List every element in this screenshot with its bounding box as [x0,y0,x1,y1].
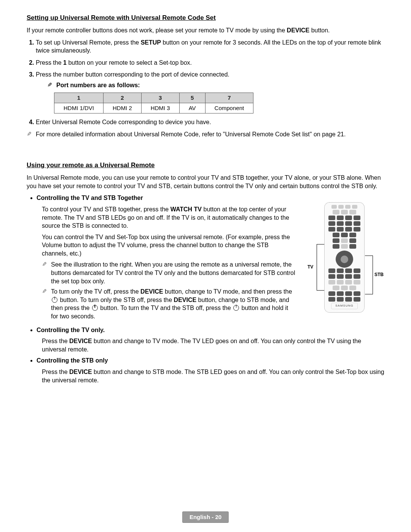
remote-figure: TV STB [304,202,384,316]
port-h2: 2 [104,93,142,103]
note-icon [42,260,51,285]
intro-post: button. [309,27,330,34]
port-c5: AV [179,103,205,113]
detail-note: For more detailed information about Univ… [27,130,384,139]
step1-bold: SETUP [141,39,161,46]
detail-note-text: For more detailed information about Univ… [36,130,346,139]
b1-head: Controlling the TV and STB Together [37,195,143,201]
bullet-tv-only: Controlling the TV only. Press the DEVIC… [37,326,384,354]
fig-label-stb: STB [374,272,384,278]
step3-note-text: Port numbers are as follows: [56,81,140,89]
section1-title: Setting up Universal Remote with Univers… [27,14,384,22]
dpad-icon [336,251,353,268]
section2-title: Using your remote as a Universal Remote [27,161,384,170]
step2-post: button on your remote to select a Set-to… [67,59,192,66]
b1-p1-bold: WATCH TV [170,206,202,212]
stb-bracket [365,256,373,294]
b1-note2: To turn only the TV off, press the DEVIC… [42,288,295,320]
fig-label-tv: TV [307,264,313,270]
steps-list: To set up Universal Remote, press the SE… [27,38,384,126]
step-2: Press the 1 button on your remote to sel… [36,59,384,67]
b2-p: Press the DEVICE button and change to TV… [42,337,384,353]
step2-pre: Press the [36,59,63,66]
bullet-stb-only: Controlling the STB only Press the DEVIC… [37,356,384,384]
b2-p-pre: Press the [42,338,69,344]
b1-note1: See the illustration to the right. When … [42,260,295,285]
section2-intro: In Universal Remote mode, you can use yo… [27,174,384,190]
tv-bracket [317,244,325,291]
note-icon [42,288,51,320]
b2-head: Controlling the TV only. [37,327,105,333]
b1-p1: To control your TV and STB together, pre… [42,205,295,230]
port-c2: HDMI 2 [104,103,142,113]
port-c3: HDMI 3 [141,103,179,113]
b3-head: Controlling the STB only [37,357,108,364]
b1-p1-pre: To control your TV and STB together, pre… [42,206,170,212]
power-icon [52,297,57,303]
b3-p-bold: DEVICE [69,369,92,375]
b3-p: Press the DEVICE button and change to ST… [42,368,384,384]
b1-note1-text: See the illustration to the right. When … [51,260,295,285]
step-3: Press the number button corresponding to… [36,70,384,113]
remote-brand: SAMSUNG [331,303,357,309]
remote-body: SAMSUNG [324,202,365,313]
page-footer: English - 20 [182,511,229,523]
port-c7: Component [205,103,253,113]
bullet-list: Controlling the TV and STB Together To c… [30,194,384,384]
port-h5: 5 [179,93,205,103]
step-1: To set up Universal Remote, press the SE… [36,38,384,55]
port-h1: 1 [54,93,104,103]
port-h3: 3 [141,93,179,103]
step3-body: Press the number button corresponding to… [36,71,229,78]
step-4: Enter Universal Remote Code correspondin… [36,118,384,126]
b3-p-pre: Press the [42,369,69,375]
port-h7: 7 [205,93,253,103]
power-icon [233,305,239,311]
manual-page: Setting up Universal Remote with Univers… [0,0,411,532]
intro-pre: If your remote controller buttons does n… [27,27,287,34]
port-c1: HDMI 1/DVI [54,103,104,113]
bullet-tv-stb: Controlling the TV and STB Together To c… [37,194,384,323]
note-icon [47,81,56,89]
section1-intro: If your remote controller buttons does n… [27,26,384,35]
step4-body: Enter Universal Remote Code correspondin… [36,119,211,125]
power-icon [92,305,98,311]
intro-bold: DEVICE [287,27,310,34]
step2-bold: 1 [63,59,67,66]
note-icon [27,130,36,139]
b1-p2: You can control the TV and Set-Top box u… [42,233,295,258]
b1-note2-text: To turn only the TV off, press the DEVIC… [51,288,295,320]
b3-p-post: button and change to STB mode. The STB L… [42,369,384,383]
port-table: 1 2 3 5 7 HDMI 1/DVI HDMI 2 HDMI 3 AV Co… [54,93,253,114]
b2-p-bold: DEVICE [69,338,92,344]
step3-note: Port numbers are as follows: [47,81,384,89]
step1-pre: To set up Universal Remote, press the [36,39,141,46]
